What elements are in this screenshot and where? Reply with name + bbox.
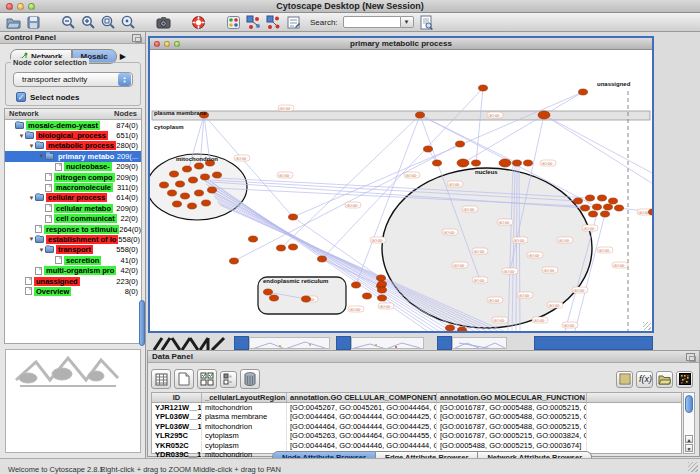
network-node[interactable] <box>168 190 177 196</box>
background-window-sliver[interactable] <box>437 336 507 350</box>
network-node[interactable] <box>574 198 583 204</box>
network-node[interactable] <box>195 163 204 169</box>
network-node[interactable] <box>424 146 433 152</box>
column-header-0[interactable]: ID <box>152 393 202 402</box>
network-node[interactable] <box>458 327 467 331</box>
delete-attribute-icon[interactable] <box>240 369 260 389</box>
attribute-editor-icon[interactable] <box>286 15 301 30</box>
expand-triangle-icon[interactable]: ▼ <box>28 236 35 242</box>
advanced-search-icon[interactable] <box>419 15 434 30</box>
tree-row-multi-organism-pro[interactable]: multi-organism pro42(0) <box>5 265 141 275</box>
network-node[interactable] <box>213 172 222 178</box>
network-node[interactable] <box>195 190 204 196</box>
network-node[interactable] <box>456 141 465 147</box>
table-row-YKR052C[interactable]: YKR052Ccytoplasm[GO:0044464, GO:0044446,… <box>152 440 681 449</box>
table-scrollbar[interactable]: ▲ ▼ <box>683 392 695 454</box>
network-node[interactable] <box>579 89 588 95</box>
take-snapshot-icon[interactable] <box>156 15 171 30</box>
tree-row-transport[interactable]: ▼transport558(0) <box>5 245 141 255</box>
search-dropdown-arrow[interactable]: ▼ <box>401 16 414 28</box>
network-node[interactable] <box>378 281 387 287</box>
zoom-selected-region-icon[interactable] <box>101 15 116 30</box>
scroll-down-arrow[interactable]: ▼ <box>685 444 693 452</box>
tree-row-cell-communicat[interactable]: cell communicat22(0) <box>5 214 141 224</box>
attribute-matrix-icon[interactable] <box>151 369 171 389</box>
network-node[interactable] <box>457 159 469 167</box>
background-window-sliver[interactable] <box>234 336 330 350</box>
network-node[interactable] <box>170 171 179 177</box>
network-canvas[interactable]: GO:00··GO:00··GO:00··GO:00··GO:00··GO:00… <box>150 50 652 331</box>
network-node[interactable] <box>538 111 550 119</box>
select-attributes-icon[interactable] <box>197 369 217 389</box>
search-input[interactable] <box>343 16 401 28</box>
network-node[interactable] <box>208 187 217 193</box>
new-attribute-icon[interactable] <box>174 369 194 389</box>
panel-divider-handle[interactable] <box>139 300 145 346</box>
zoom-fit-content-icon[interactable] <box>121 15 136 30</box>
network-node[interactable] <box>363 293 372 299</box>
network-node[interactable] <box>604 204 613 210</box>
network-node[interactable] <box>593 204 602 210</box>
frame-close-button[interactable] <box>154 41 160 47</box>
frame-zoom-button[interactable] <box>174 41 180 47</box>
table-row-YPL036W__1[interactable]: YPL036W__1mitochondrion[GO:0044464, GO:0… <box>152 422 681 431</box>
zoom-out-icon[interactable] <box>61 15 76 30</box>
network-node[interactable] <box>472 160 481 166</box>
tree-row-nucleobase-[interactable]: nucleobase-209(0) <box>5 162 141 172</box>
tree-row-metabolic-process[interactable]: ▼metabolic process280(0) <box>5 141 141 151</box>
float-data-panel-icon[interactable] <box>686 353 695 361</box>
network-node[interactable] <box>202 200 211 206</box>
network-node[interactable] <box>513 160 522 166</box>
network-node[interactable] <box>183 166 192 172</box>
network-node[interactable] <box>289 244 298 250</box>
network-node[interactable] <box>378 287 387 293</box>
network-node[interactable] <box>479 85 488 91</box>
tree-row-secretion[interactable]: secretion41(0) <box>5 255 141 265</box>
network-node[interactable] <box>378 295 387 301</box>
select-nodes-checkbox[interactable]: ✓ Select nodes <box>16 92 79 102</box>
table-scrollbar-thumb[interactable] <box>685 395 693 413</box>
tree-row-response-to-stimulu[interactable]: response to stimulu264(0) <box>5 224 141 234</box>
network-node[interactable] <box>270 295 279 301</box>
background-window-sliver[interactable] <box>336 336 424 350</box>
network-node[interactable] <box>416 112 425 118</box>
float-panel-icon[interactable] <box>132 34 141 42</box>
network-node[interactable] <box>581 205 590 211</box>
network-edge[interactable] <box>544 115 652 189</box>
network-node[interactable] <box>598 195 607 201</box>
attribute-list-icon[interactable] <box>616 371 633 388</box>
tree-row-establishment-of-lo[interactable]: ▼establishment of lo558(0) <box>5 234 141 244</box>
annotate-network-2-icon[interactable] <box>266 15 281 30</box>
help-icon[interactable] <box>191 15 206 30</box>
network-node[interactable] <box>586 195 595 201</box>
zoom-in-icon[interactable] <box>81 15 96 30</box>
network-node[interactable] <box>433 160 442 166</box>
network-node[interactable] <box>352 282 361 288</box>
network-node[interactable] <box>377 275 386 281</box>
table-row-YPL036W__2[interactable]: YPL036W__2plasma membrane[GO:0044464, GO… <box>152 412 681 421</box>
frame-minimize-button[interactable] <box>164 41 170 47</box>
network-node[interactable] <box>499 159 511 167</box>
column-header-2[interactable]: annotation.GO CELLULAR_COMPONENT <box>287 393 437 402</box>
minimize-window-button[interactable] <box>17 3 24 10</box>
network-node[interactable] <box>289 214 298 220</box>
window-resize-grip[interactable] <box>688 462 698 472</box>
network-node[interactable] <box>601 211 610 217</box>
expand-triangle-icon[interactable]: ▼ <box>18 133 25 139</box>
network-node[interactable] <box>264 289 273 295</box>
network-node[interactable] <box>277 245 286 251</box>
tree-row-biological-process[interactable]: ▼biological_process651(0) <box>5 130 141 140</box>
network-node[interactable] <box>189 177 198 183</box>
zoom-window-button[interactable] <box>28 3 35 10</box>
network-node[interactable] <box>188 203 197 209</box>
open-file-icon[interactable] <box>6 15 21 30</box>
tree-row-mosaic-demo-yeast[interactable]: mosaic-demo-yeast874(0) <box>5 120 141 130</box>
expand-triangle-icon[interactable]: ▼ <box>38 247 45 253</box>
network-node[interactable] <box>318 256 327 262</box>
tree-row-cellular-process[interactable]: ▼cellular process614(0) <box>5 193 141 203</box>
expand-triangle-icon[interactable]: ▼ <box>28 195 35 201</box>
formula-builder-icon[interactable]: f(x) <box>636 371 653 388</box>
network-node[interactable] <box>201 174 210 180</box>
vizmapper-icon[interactable] <box>226 15 241 30</box>
annotate-network-1-icon[interactable] <box>246 15 261 30</box>
